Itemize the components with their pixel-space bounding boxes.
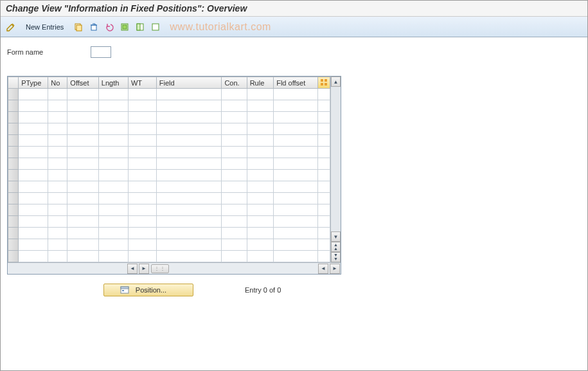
table-cell[interactable] xyxy=(222,204,247,216)
col-header[interactable]: No xyxy=(48,77,67,89)
table-row[interactable] xyxy=(8,158,330,170)
table-cell[interactable] xyxy=(318,181,330,193)
table-cell[interactable] xyxy=(318,193,330,204)
table-cell[interactable] xyxy=(19,123,48,135)
table-cell[interactable] xyxy=(48,100,67,112)
table-cell[interactable] xyxy=(98,112,128,123)
table-cell[interactable] xyxy=(67,181,98,193)
table-cell[interactable] xyxy=(128,204,156,216)
table-cell[interactable] xyxy=(98,216,128,228)
undo-change-icon[interactable] xyxy=(103,21,116,33)
toggle-display-change-icon[interactable] xyxy=(4,21,17,33)
table-cell[interactable] xyxy=(156,147,222,158)
table-cell[interactable] xyxy=(274,89,318,100)
table-cell[interactable] xyxy=(318,228,330,239)
table-cell[interactable] xyxy=(247,100,274,112)
table-cell[interactable] xyxy=(67,147,98,158)
table-cell[interactable] xyxy=(274,251,318,262)
table-cell[interactable] xyxy=(19,147,48,158)
table-cell[interactable] xyxy=(156,170,222,181)
table-cell[interactable] xyxy=(67,170,98,181)
table-cell[interactable] xyxy=(274,216,318,228)
table-row[interactable] xyxy=(8,123,330,135)
table-cell[interactable] xyxy=(98,170,128,181)
table-cell[interactable] xyxy=(98,123,128,135)
table-cell[interactable] xyxy=(318,204,330,216)
row-selector[interactable] xyxy=(8,204,19,216)
table-cell[interactable] xyxy=(48,147,67,158)
table-cell[interactable] xyxy=(247,204,274,216)
table-cell[interactable] xyxy=(67,100,98,112)
table-cell[interactable] xyxy=(19,239,48,251)
row-selector[interactable] xyxy=(8,228,19,239)
table-cell[interactable] xyxy=(128,216,156,228)
table-cell[interactable] xyxy=(98,239,128,251)
table-cell[interactable] xyxy=(48,216,67,228)
deselect-all-icon[interactable] xyxy=(149,21,162,33)
table-cell[interactable] xyxy=(274,147,318,158)
table-cell[interactable] xyxy=(156,112,222,123)
table-row[interactable] xyxy=(8,239,330,251)
table-row[interactable] xyxy=(8,135,330,147)
scroll-page-down-icon[interactable]: ▼▼ xyxy=(331,252,341,262)
table-cell[interactable] xyxy=(98,251,128,262)
select-all-icon[interactable] xyxy=(118,21,131,33)
table-cell[interactable] xyxy=(247,239,274,251)
table-cell[interactable] xyxy=(274,170,318,181)
table-cell[interactable] xyxy=(67,216,98,228)
col-header[interactable]: Lngth xyxy=(98,77,128,89)
table-cell[interactable] xyxy=(156,100,222,112)
table-cell[interactable] xyxy=(274,135,318,147)
table-cell[interactable] xyxy=(247,158,274,170)
table-cell[interactable] xyxy=(156,193,222,204)
form-name-input[interactable] xyxy=(91,46,111,58)
table-row[interactable] xyxy=(8,89,330,100)
table-cell[interactable] xyxy=(67,228,98,239)
table-cell[interactable] xyxy=(48,228,67,239)
table-cell[interactable] xyxy=(222,216,247,228)
col-header[interactable]: WT xyxy=(128,77,156,89)
table-cell[interactable] xyxy=(128,170,156,181)
table-cell[interactable] xyxy=(222,100,247,112)
table-cell[interactable] xyxy=(19,158,48,170)
row-selector[interactable] xyxy=(8,158,19,170)
table-cell[interactable] xyxy=(128,158,156,170)
row-selector[interactable] xyxy=(8,135,19,147)
table-cell[interactable] xyxy=(19,170,48,181)
scroll-right-end-icon[interactable]: ► xyxy=(330,264,340,274)
table-cell[interactable] xyxy=(274,112,318,123)
row-selector[interactable] xyxy=(8,112,19,123)
row-selector[interactable] xyxy=(8,239,19,251)
table-cell[interactable] xyxy=(156,135,222,147)
col-header[interactable]: Fld offset xyxy=(274,77,318,89)
table-cell[interactable] xyxy=(247,147,274,158)
scroll-page-up-icon[interactable]: ▲▲ xyxy=(331,242,341,252)
row-selector-header[interactable] xyxy=(8,77,19,89)
table-cell[interactable] xyxy=(67,239,98,251)
table-cell[interactable] xyxy=(318,216,330,228)
table-cell[interactable] xyxy=(274,123,318,135)
table-cell[interactable] xyxy=(128,112,156,123)
row-selector[interactable] xyxy=(8,193,19,204)
table-row[interactable] xyxy=(8,204,330,216)
row-selector[interactable] xyxy=(8,147,19,158)
table-cell[interactable] xyxy=(98,193,128,204)
table-cell[interactable] xyxy=(98,147,128,158)
table-cell[interactable] xyxy=(318,89,330,100)
table-cell[interactable] xyxy=(48,251,67,262)
table-cell[interactable] xyxy=(222,135,247,147)
table-cell[interactable] xyxy=(128,147,156,158)
col-header[interactable]: Field xyxy=(156,77,222,89)
table-cell[interactable] xyxy=(247,112,274,123)
table-cell[interactable] xyxy=(318,147,330,158)
row-selector[interactable] xyxy=(8,123,19,135)
table-cell[interactable] xyxy=(318,123,330,135)
table-cell[interactable] xyxy=(318,112,330,123)
table-cell[interactable] xyxy=(98,89,128,100)
table-cell[interactable] xyxy=(67,112,98,123)
scroll-left-end-icon[interactable]: ◄ xyxy=(318,264,328,274)
table-cell[interactable] xyxy=(247,170,274,181)
table-cell[interactable] xyxy=(48,170,67,181)
table-row[interactable] xyxy=(8,147,330,158)
table-cell[interactable] xyxy=(222,112,247,123)
